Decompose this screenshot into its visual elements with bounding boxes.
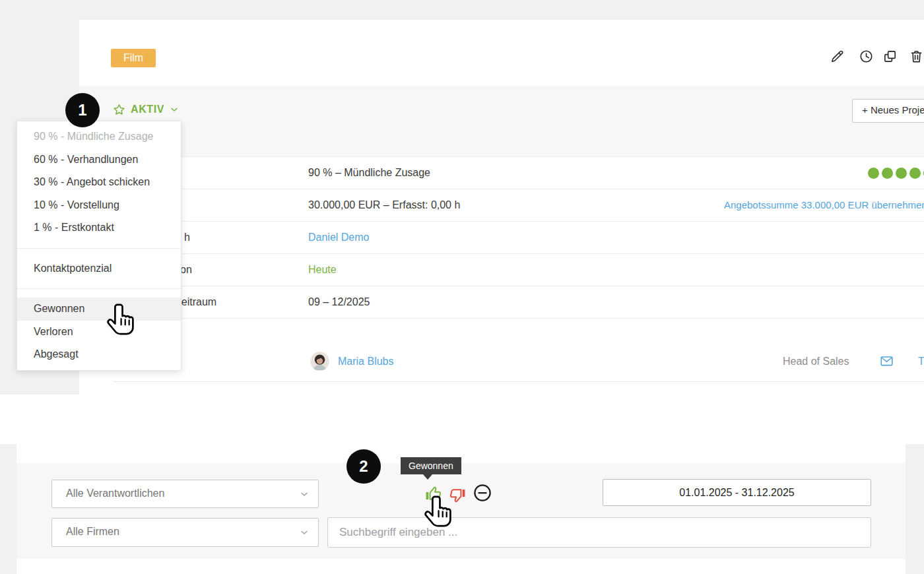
status-menu-group-percent: 90 % - Mündliche Zusage 60 % - Verhandlu… (17, 125, 181, 239)
status-dropdown-toggle[interactable]: AKTIV (112, 100, 180, 119)
menu-item-90: 90 % - Mündliche Zusage (17, 125, 181, 148)
company-select[interactable]: Alle Firmen (51, 518, 319, 547)
status-dropdown-menu: 90 % - Mündliche Zusage 60 % - Verhandlu… (16, 121, 182, 371)
contact-role: Head of Sales (783, 352, 849, 371)
menu-item-verloren[interactable]: Verloren (17, 321, 181, 344)
status-label: AKTIV (131, 104, 164, 115)
menu-separator (17, 248, 181, 249)
field-label-fragment: h (184, 222, 190, 253)
menu-item-10[interactable]: 10 % - Vorstellung (17, 194, 181, 217)
step-2-badge: 2 (346, 449, 381, 484)
divider (114, 381, 924, 382)
section-gap (0, 395, 924, 444)
action-value: Heute (308, 254, 337, 286)
email-icon[interactable] (880, 354, 894, 368)
status-band (79, 86, 924, 156)
field-row-budget: 30.000,00 EUR – Erfasst: 0,00 h Angebots… (114, 189, 924, 221)
field-label-fragment: on (180, 254, 192, 286)
tooltip-arrow (423, 474, 432, 480)
project-fields: 90 % – Mündliche Zusage 30.000,00 EUR – … (114, 156, 924, 319)
menu-separator (17, 288, 181, 289)
field-row-action: on Heute (114, 253, 924, 286)
menu-item-kontaktpotenzial[interactable]: Kontaktpotenzial (17, 257, 181, 280)
chevron-down-icon (299, 489, 310, 499)
responsible-select[interactable]: Alle Verantwortlichen (51, 480, 319, 508)
page: Film (0, 0, 924, 574)
rating-dots (868, 168, 924, 179)
budget-value: 30.000,00 EUR – Erfasst: 0,00 h (308, 189, 460, 221)
star-icon (112, 103, 126, 117)
menu-item-1[interactable]: 1 % - Erstkontakt (17, 216, 181, 239)
field-row-probability: 90 % – Mündliche Zusage (114, 156, 924, 189)
date-range-input[interactable] (603, 479, 871, 506)
contact-name-link[interactable]: Maria Blubs (338, 352, 393, 371)
contact-action-fragment[interactable]: T (918, 352, 924, 371)
thumbs-up-icon[interactable] (424, 484, 443, 503)
delete-icon[interactable] (909, 49, 924, 64)
duplicate-icon[interactable] (882, 49, 898, 64)
neutral-filter-icon[interactable] (473, 483, 492, 503)
new-project-button[interactable]: + Neues Projekt (852, 99, 924, 123)
avatar (310, 352, 329, 371)
history-icon[interactable] (859, 49, 874, 64)
responsible-link[interactable]: Daniel Demo (308, 222, 369, 253)
search-input[interactable] (327, 517, 871, 548)
category-badge: Film (111, 49, 156, 67)
chevron-down-icon (169, 104, 180, 115)
field-row-period: Zeitraum 09 – 12/2025 (114, 286, 924, 319)
probability-value: 90 % – Mündliche Zusage (308, 157, 430, 189)
thumbs-down-icon[interactable] (448, 486, 467, 505)
status-menu-group-potential: Kontaktpotenzial (17, 257, 181, 280)
responsible-select-value: Alle Verantwortlichen (66, 480, 164, 507)
menu-item-abgesagt[interactable]: Abgesagt (17, 343, 181, 366)
company-select-value: Alle Firmen (66, 519, 119, 545)
apply-offer-sum-link[interactable]: Angebotssumme 33.000,00 EUR übernehmen (724, 189, 924, 221)
menu-item-gewonnen[interactable]: Gewonnen (17, 298, 181, 321)
project-card: Film (79, 20, 924, 395)
field-row-responsible: h Daniel Demo (114, 221, 924, 253)
chevron-down-icon (299, 527, 310, 538)
status-menu-group-outcome: Gewonnen Verloren Abgesagt (17, 298, 181, 366)
won-filter-tooltip: Gewonnen (401, 457, 461, 474)
edit-icon[interactable] (830, 49, 845, 64)
menu-item-30[interactable]: 30 % - Angebot schicken (17, 171, 181, 194)
menu-item-60[interactable]: 60 % - Verhandlungen (17, 148, 181, 172)
period-value: 09 – 12/2025 (308, 286, 370, 318)
step-1-badge: 1 (65, 93, 100, 127)
